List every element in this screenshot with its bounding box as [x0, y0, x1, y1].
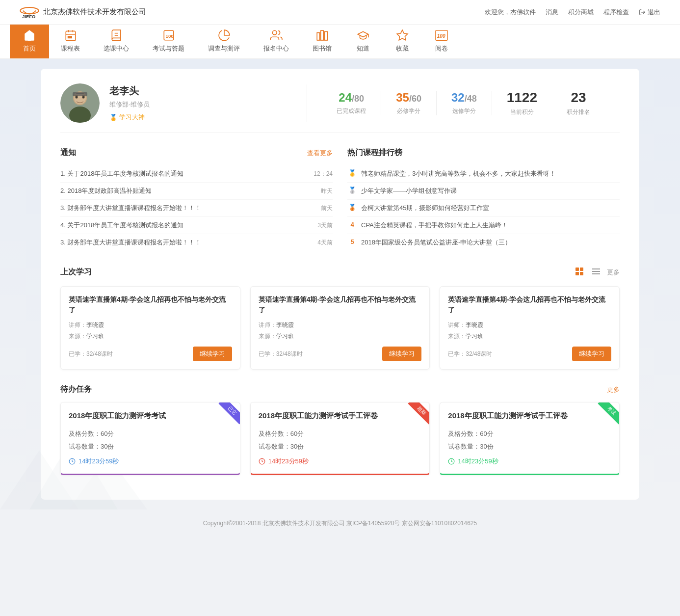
- nav-item-schedule[interactable]: 课程表: [49, 25, 92, 58]
- nav-item-course-center[interactable]: 选课中心: [92, 25, 141, 58]
- stat-completed-courses: 24/80 已完成课程: [322, 91, 381, 115]
- nav-item-home[interactable]: 首页: [10, 25, 49, 58]
- profile-dept: 维修部-维修员: [109, 100, 292, 109]
- svg-rect-7: [68, 36, 69, 38]
- continue-button[interactable]: 继续学习: [382, 347, 421, 361]
- stat-points-label: 当前积分: [507, 108, 537, 116]
- notice-list: 1. 关于2018年员工年度考核测试报名的通知 12：24 2. 2018年度财…: [60, 165, 333, 251]
- svg-rect-3: [66, 31, 76, 41]
- footer: Copyright©2001-2018 北京杰佛软件技术开发有限公司 京ICP备…: [0, 509, 680, 537]
- nav-label-favorites: 收藏: [396, 44, 409, 53]
- content-grid: 通知 查看更多 1. 关于2018年员工年度考核测试报名的通知 12：24 2.…: [60, 148, 620, 251]
- profile-name: 老李头: [109, 84, 292, 98]
- notice-item: 4. 关于2018年员工年度考核测试报名的通知 3天前: [60, 217, 333, 234]
- svg-text:100: 100: [165, 33, 174, 39]
- last-study-header: 上次学习 更多: [60, 266, 620, 279]
- star-icon: [395, 28, 409, 42]
- points-store-link[interactable]: 积分商城: [568, 8, 594, 17]
- clock-icon: [448, 458, 455, 465]
- nav-label-exam: 考试与答题: [153, 44, 184, 53]
- tasks-title: 待办任务: [60, 384, 92, 395]
- svg-rect-33: [575, 268, 579, 271]
- stat-points-rank: 23 积分排名: [552, 90, 605, 116]
- nav-item-library[interactable]: 图书馆: [301, 25, 343, 58]
- svg-text:JIEFO: JIEFO: [22, 14, 35, 19]
- profile-badge: 🏅 学习大神: [109, 113, 292, 122]
- nav-item-knowledge[interactable]: 知道: [343, 25, 383, 58]
- main-card: 老李头 维修部-维修员 🏅 学习大神 24/80 已完成课程 35/60: [41, 69, 639, 500]
- tasks-header: 待办任务 更多: [60, 384, 620, 395]
- course-teacher: 讲师：李晓霞: [259, 321, 422, 329]
- task-passing-score: 及格分数：60分: [448, 429, 611, 438]
- stat-completed-value: 24/80: [337, 91, 366, 105]
- course-title: 英语速学直播第4期-学会这几招再也不怕与老外交流了: [448, 295, 611, 315]
- notices-title: 通知: [60, 148, 76, 158]
- task-badge-3: 考试: [595, 402, 619, 427]
- register-icon: [269, 28, 283, 42]
- course-card: 英语速学直播第4期-学会这几招再也不怕与老外交流了 讲师：李晓霞 来源：学习班 …: [440, 286, 620, 370]
- view-options: 更多: [574, 266, 620, 279]
- nav-label-survey: 调查与测评: [208, 44, 240, 53]
- task-title: 2018年度职工能力测评考试手工评卷: [259, 410, 422, 422]
- course-progress: 已学：32/48课时: [69, 350, 113, 358]
- messages-link[interactable]: 消息: [546, 8, 558, 17]
- stat-required-value: 35/60: [396, 91, 421, 105]
- course-source: 来源：学习班: [259, 332, 422, 341]
- notice-item: 3. 财务部年度大讲堂直播课课程报名开始啦！！！ 前天: [60, 200, 333, 217]
- svg-rect-8: [70, 36, 71, 38]
- program-check-link[interactable]: 程序检查: [603, 8, 629, 17]
- continue-button[interactable]: 继续学习: [193, 347, 232, 361]
- task-badge-2: 超期: [405, 402, 429, 427]
- hot-item: 🥉 会柯大讲堂第45期，摄影师如何经营好工作室: [347, 200, 620, 217]
- hot-rank-4: 4: [347, 221, 357, 228]
- task-badge-label: 考试: [598, 402, 619, 425]
- svg-text:100: 100: [437, 33, 445, 39]
- last-study-section: 上次学习 更多: [60, 266, 620, 370]
- hot-item: 🥇 韩老师精品课堂，3小时讲完高等数学，机会不多，大家赶快来看呀！: [347, 165, 620, 183]
- hat-icon: [356, 28, 370, 42]
- home-icon: [23, 28, 36, 42]
- profile-section: 老李头 维修部-维修员 🏅 学习大神 24/80 已完成课程 35/60: [60, 83, 620, 133]
- svg-rect-36: [580, 272, 583, 275]
- nav-label-schedule: 课程表: [61, 44, 80, 53]
- stat-elective-label: 选修学分: [451, 107, 477, 115]
- grid-view-button[interactable]: [574, 266, 585, 279]
- header: JIEFO 北京杰佛软件技术开发有限公司 欢迎您，杰佛软件 消息 积分商城 程序…: [0, 0, 680, 25]
- logout-button[interactable]: 退出: [639, 8, 660, 17]
- badge-icon: 🏅: [109, 114, 117, 121]
- notices-header: 通知 查看更多: [60, 148, 333, 158]
- hot-item: 5 2018年国家级公务员笔试公益讲座-申论大讲堂（三）: [347, 234, 620, 251]
- notices-more[interactable]: 查看更多: [307, 149, 333, 158]
- nav-item-exam[interactable]: 100 考试与答题: [141, 25, 196, 58]
- nav-item-register[interactable]: 报名中心: [252, 25, 301, 58]
- svg-rect-16: [324, 31, 328, 40]
- task-badge-label: 超期: [408, 402, 430, 425]
- clock-icon: [69, 458, 76, 465]
- task-passing-score: 及格分数：60分: [259, 429, 422, 438]
- stat-elective-credits: 32/48 选修学分: [437, 91, 492, 115]
- last-study-more[interactable]: 更多: [607, 268, 620, 277]
- nav-item-grading[interactable]: 100 阅卷: [422, 25, 461, 58]
- course-progress: 已学：32/48课时: [259, 350, 303, 358]
- task-timer: 14时23分59秒: [448, 457, 611, 466]
- nav-item-survey[interactable]: 调查与测评: [196, 25, 252, 58]
- task-grid: 已它 2018年度职工能力测评考考试 及格分数：60分 试卷数量：30份 14时…: [60, 402, 620, 475]
- nav-label-register: 报名中心: [263, 44, 289, 53]
- list-view-button[interactable]: [590, 266, 602, 279]
- nav-label-library: 图书馆: [313, 44, 332, 53]
- svg-point-30: [76, 96, 78, 98]
- hot-rank-2: 🥈: [347, 187, 357, 194]
- course-card: 英语速学直播第4期-学会这几招再也不怕与老外交流了 讲师：李晓霞 来源：学习班 …: [250, 286, 430, 370]
- tasks-more[interactable]: 更多: [607, 385, 620, 394]
- stat-required-credits: 35/60 必修学分: [381, 91, 437, 115]
- course-card: 英语速学直播第4期-学会这几招再也不怕与老外交流了 讲师：李晓霞 来源：学习班 …: [60, 286, 240, 370]
- continue-button[interactable]: 继续学习: [572, 347, 611, 361]
- nav-item-favorites[interactable]: 收藏: [383, 25, 422, 58]
- stat-rank-value: 23: [567, 90, 590, 106]
- stat-points-value: 1122: [507, 90, 537, 106]
- task-title: 2018年度职工能力测评考考试: [69, 410, 232, 422]
- profile-info: 老李头 维修部-维修员 🏅 学习大神: [109, 84, 307, 122]
- hot-item: 4 CPA注会精英课程，手把手教你如何走上人生巅峰！: [347, 217, 620, 234]
- hot-courses-section: 热门课程排行榜 🥇 韩老师精品课堂，3小时讲完高等数学，机会不多，大家赶快来看呀…: [347, 148, 620, 251]
- svg-point-13: [272, 30, 277, 35]
